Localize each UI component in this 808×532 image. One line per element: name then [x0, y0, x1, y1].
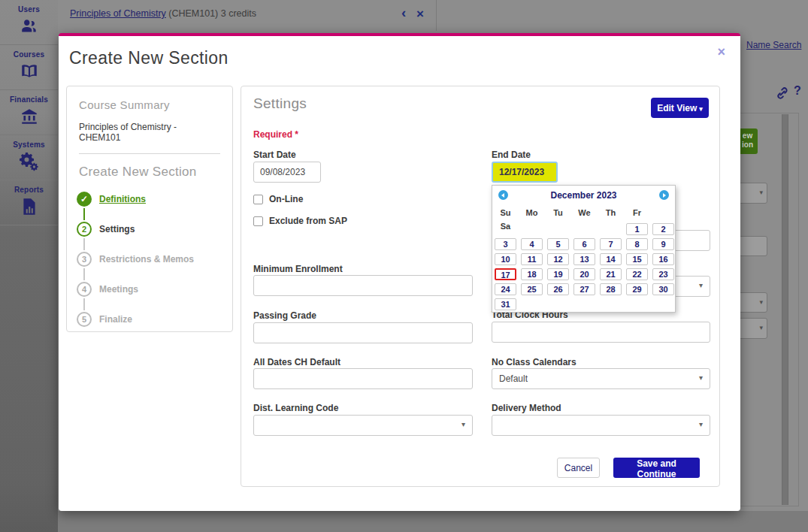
calendar-day[interactable]: 27	[573, 283, 595, 295]
step-restrictions-memos[interactable]: 3 Restrictions & Memos	[77, 252, 220, 282]
calendar-day[interactable]: 8	[626, 238, 648, 250]
step-connector	[83, 208, 85, 220]
scrollbar[interactable]	[782, 114, 788, 505]
calendar-day[interactable]: 25	[521, 283, 543, 295]
sidebar-item-label: Financials	[0, 95, 58, 104]
day-name: We	[571, 208, 598, 217]
step-settings[interactable]: 2 Settings	[77, 222, 220, 252]
calendar-day[interactable]: 19	[547, 268, 569, 280]
chevron-down-icon: ▾	[461, 420, 465, 428]
chevron-down-icon: ▾	[699, 281, 703, 289]
settings-card: Settings Edit View▾ Required * Start Dat…	[241, 86, 720, 487]
sidebar-item-users[interactable]: Users	[0, 0, 58, 45]
calendar-day[interactable]: 6	[573, 238, 595, 250]
collapse-chevron-icon[interactable]: ‹	[401, 5, 406, 20]
background-select[interactable]: ▾	[737, 183, 767, 204]
calendar-day[interactable]: 10	[495, 253, 516, 265]
online-checkbox-row[interactable]: On-Line	[253, 194, 303, 204]
calendar-day[interactable]: 28	[600, 283, 622, 295]
checkbox[interactable]	[253, 216, 263, 226]
calendar-day[interactable]: 22	[626, 268, 648, 280]
calendar-day[interactable]: 7	[600, 238, 622, 250]
calendar-day[interactable]: 11	[521, 253, 543, 265]
calendar-day[interactable]: 14	[600, 253, 622, 265]
passing-grade-input[interactable]	[253, 322, 473, 343]
calendar-day[interactable]: 23	[652, 268, 674, 280]
sidebar-item-courses[interactable]: Courses	[0, 45, 58, 90]
close-tab-icon[interactable]: ×	[416, 7, 424, 22]
calendar-day-selected[interactable]: 17	[495, 268, 516, 280]
end-date-input[interactable]	[492, 162, 558, 183]
course-credits-text: (CHEM101) 3 credits	[166, 8, 256, 19]
all-dates-ch-default-input[interactable]	[253, 368, 473, 389]
step-definitions[interactable]: ✓ Definitions	[77, 192, 220, 222]
delivery-method-label: Delivery Method	[492, 403, 561, 413]
end-date-label: End Date	[492, 150, 531, 160]
delivery-method-select[interactable]: ▾	[492, 415, 710, 436]
calendar-day[interactable]: 30	[652, 283, 674, 295]
edit-view-button[interactable]: Edit View▾	[651, 98, 709, 118]
step-number: 2	[77, 222, 92, 237]
select-value: Default	[499, 373, 528, 384]
edit-view-label: Edit View	[657, 103, 697, 113]
minimum-enrollment-input[interactable]	[253, 275, 473, 296]
sidebar-item-systems[interactable]: Systems	[0, 135, 58, 180]
help-icon[interactable]: ?	[794, 84, 801, 98]
passing-grade-label: Passing Grade	[253, 310, 316, 321]
calendar-day[interactable]: 9	[652, 238, 674, 250]
no-class-calendars-select[interactable]: Default ▾	[492, 368, 710, 389]
day-name: Su	[492, 208, 519, 217]
chevron-down-icon: ▾	[699, 105, 703, 113]
step-label[interactable]: Definitions	[99, 192, 146, 207]
course-link[interactable]: Principles of Chemistry	[70, 8, 166, 19]
calendar-day[interactable]: 13	[573, 253, 595, 265]
sidebar-item-reports[interactable]: Reports	[0, 180, 58, 225]
calendar-day[interactable]: 31	[495, 298, 516, 310]
step-meetings[interactable]: 4 Meetings	[77, 282, 220, 312]
calendar-day[interactable]: 20	[573, 268, 595, 280]
calendar-day[interactable]: 1	[626, 223, 648, 235]
clipped-green-button[interactable]: ew ion	[737, 128, 758, 154]
calendar-day[interactable]: 24	[495, 283, 516, 295]
course-summary-name: Principles of Chemistry - CHEM101	[79, 122, 220, 143]
checkbox[interactable]	[253, 195, 263, 204]
sidebar-item-label: Systems	[0, 141, 58, 149]
cancel-button[interactable]: Cancel	[557, 458, 600, 478]
step-connector	[83, 238, 85, 250]
calendar-day[interactable]: 26	[547, 283, 569, 295]
dist-learning-code-select[interactable]: ▾	[253, 415, 473, 436]
name-search-link[interactable]: Name Search	[746, 40, 801, 50]
date-picker-popup: December 2023 SuMoTuWeThFrSa 12345678910…	[492, 185, 676, 313]
course-summary-card: Course Summary Principles of Chemistry -…	[66, 86, 233, 332]
calendar-day[interactable]: 16	[652, 253, 674, 265]
background-select[interactable]: ▾	[737, 292, 767, 313]
background-select[interactable]: ▾	[737, 318, 767, 339]
sidebar-item-financials[interactable]: Financials	[0, 90, 58, 135]
calendar-day[interactable]: 18	[521, 268, 543, 280]
calendar-next-icon[interactable]	[659, 190, 669, 200]
calendar-day[interactable]: 3	[495, 238, 516, 250]
calendar-day[interactable]: 4	[521, 238, 543, 250]
sidebar-item-label: Users	[0, 5, 58, 14]
start-date-input[interactable]	[253, 162, 321, 183]
clipped-button-line2: ion	[742, 141, 753, 149]
calendar-day[interactable]: 29	[626, 283, 648, 295]
step-label: Meetings	[99, 282, 138, 297]
chevron-down-icon: ▾	[699, 420, 703, 428]
link-chain-icon[interactable]	[775, 86, 790, 101]
step-finalize[interactable]: 5 Finalize	[77, 312, 220, 327]
modal-close-icon[interactable]: ×	[717, 44, 725, 60]
save-and-continue-button[interactable]: Save and Continue	[613, 458, 700, 478]
calendar-day[interactable]: 21	[600, 268, 622, 280]
calendar-day[interactable]: 15	[626, 253, 648, 265]
course-summary-heading: Course Summary	[79, 98, 220, 111]
calendar-day[interactable]: 2	[652, 223, 674, 235]
background-input[interactable]	[737, 236, 767, 256]
calendar-day[interactable]: 5	[547, 238, 569, 250]
divider	[79, 153, 220, 154]
exclude-sap-checkbox-row[interactable]: Exclude from SAP	[253, 216, 347, 226]
calendar-day[interactable]: 12	[547, 253, 569, 265]
chevron-down-icon: ▾	[759, 189, 763, 196]
total-clock-hours-input[interactable]	[492, 322, 710, 343]
step-label: Restrictions & Memos	[99, 252, 194, 267]
